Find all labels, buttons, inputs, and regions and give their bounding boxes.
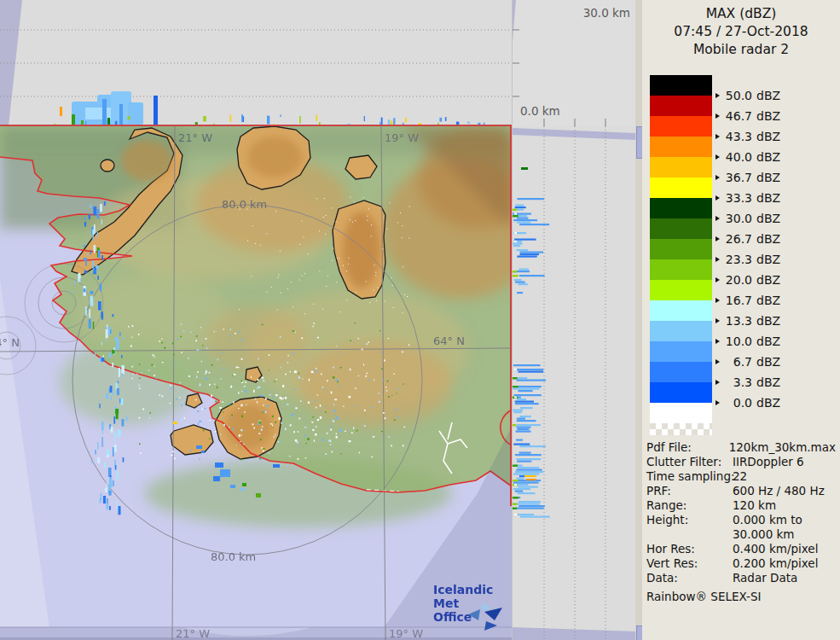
height-scale-max-label: 30.0 km: [583, 6, 630, 20]
threshold-arrow-icon: [715, 236, 720, 241]
product-datetime: 07:45 / 27-Oct-2018: [642, 23, 840, 41]
legend-entry: 50.0dBZ: [715, 88, 780, 103]
top-profile-canvas: [0, 0, 512, 126]
legend-entry: 26.7dBZ: [715, 231, 780, 247]
info-row: Height:0.000 km to: [646, 513, 836, 527]
info-row: Time sampling:22: [646, 469, 836, 484]
dbz-colorbar: [650, 75, 712, 435]
info-row: PRF:600 Hz / 480 Hz: [646, 484, 836, 498]
legend-entry: 23.3dBZ: [715, 252, 780, 267]
threshold-arrow-icon: [715, 298, 720, 303]
threshold-arrow-icon: [715, 318, 720, 323]
colorband-36.7: [650, 157, 712, 177]
info-row: Hor Res:0.400 km/pixel: [646, 542, 836, 556]
height-scale-corner-box: 30.0 km 0.0 km: [512, 0, 636, 126]
colorband-3.3: [650, 362, 712, 382]
icelandic-met-office-watermark: Icelandic Met Office: [433, 583, 512, 624]
legend-entry: 16.7dBZ: [715, 293, 780, 308]
legend-entry: 10.0dBZ: [715, 334, 780, 349]
radar-map-view[interactable]: 21° W 19° W 80.0 km 64° N 64° N 80.0 km …: [0, 126, 512, 640]
info-row: Range:120 km: [646, 498, 836, 513]
bottom-edge-strip: [0, 627, 512, 640]
meridian-label-19w-top: 19° W: [385, 131, 419, 144]
colorband-6.7: [650, 341, 712, 362]
colorband-13.3: [650, 300, 712, 321]
colorband-30.0: [650, 198, 712, 218]
legend-header: MAX (dBZ) 07:45 / 27-Oct-2018 Mobile rad…: [642, 5, 840, 59]
legend-entry: 20.0dBZ: [715, 272, 780, 288]
threshold-arrow-icon: [715, 175, 720, 180]
colorband-43.3: [650, 116, 712, 137]
right-height-profile-panel[interactable]: [512, 126, 636, 640]
panel-splitter[interactable]: [635, 0, 642, 640]
threshold-arrow-icon: [715, 195, 720, 201]
info-row: Pdf File:120km_30km.max: [646, 440, 836, 455]
legend-entry: 40.0dBZ: [715, 149, 780, 165]
info-row: 30.000 km: [646, 527, 836, 542]
meridian-label-19w-bottom: 19° W: [389, 627, 423, 640]
threshold-arrow-icon: [715, 257, 720, 262]
product-title: MAX (dBZ): [642, 5, 840, 23]
colorband-46.7: [650, 96, 712, 116]
info-row: Clutter Filter:IIRDoppler 6: [646, 455, 836, 469]
range-ring-label-top: 80.0 km: [222, 198, 267, 211]
threshold-arrow-icon: [715, 93, 720, 98]
threshold-arrow-icon: [715, 400, 720, 405]
product-info-block: Pdf File:120km_30km.maxClutter Filter:II…: [646, 440, 836, 604]
legend-entry: 0.0dBZ: [715, 395, 780, 410]
threshold-arrow-icon: [715, 359, 720, 364]
threshold-arrow-icon: [715, 134, 720, 139]
legend-entry: 6.7dBZ: [715, 354, 780, 369]
info-row: Vert Res:0.200 km/pixel: [646, 556, 836, 571]
colorband-16.7: [650, 280, 712, 300]
colorband-23.3: [650, 239, 712, 259]
threshold-arrow-icon: [715, 339, 720, 344]
parallel-label-64n-right: 64° N: [433, 335, 465, 347]
colorband-20.0: [650, 259, 712, 280]
legend-entry: 13.3dBZ: [715, 313, 780, 329]
colorband-26.7: [650, 218, 712, 239]
legend-entry: 36.7dBZ: [715, 170, 780, 185]
legend-entry: 3.3dBZ: [715, 375, 780, 390]
transparent-swatch: [650, 423, 712, 435]
software-brand: Rainbow® SELEX-SI: [646, 590, 836, 604]
legend-info-panel: MAX (dBZ) 07:45 / 27-Oct-2018 Mobile rad…: [642, 0, 840, 640]
legend-entry: 46.7dBZ: [715, 108, 780, 124]
meridian-label-21w-bottom: 21° W: [176, 627, 210, 640]
threshold-arrow-icon: [715, 113, 720, 119]
colorband-0.0: [650, 382, 712, 403]
legend-entry: 33.3dBZ: [715, 190, 780, 206]
colorband-10.0: [650, 321, 712, 341]
met-office-pinwheel-icon: [466, 600, 505, 631]
height-scale-min-label: 0.0 km: [520, 104, 560, 118]
threshold-arrow-icon: [715, 380, 720, 385]
legend-entry: 43.3dBZ: [715, 129, 780, 144]
colorband-50.0: [650, 75, 712, 96]
threshold-arrow-icon: [715, 216, 720, 221]
nodata-swatch: [650, 403, 712, 423]
right-profile-canvas: [513, 126, 636, 640]
legend-entry: 30.0dBZ: [715, 211, 780, 226]
radar-name: Mobile radar 2: [642, 41, 840, 59]
parallel-label-64n-left: 64° N: [0, 336, 20, 349]
top-height-profile-panel[interactable]: [0, 0, 512, 126]
threshold-arrow-icon: [715, 154, 720, 160]
colorband-33.3: [650, 177, 712, 198]
threshold-arrow-icon: [715, 277, 720, 282]
info-row: Data:Radar Data: [646, 571, 836, 585]
range-ring-label-bottom: 80.0 km: [211, 550, 256, 563]
meridian-label-21w-top: 21° W: [178, 131, 212, 144]
colorband-40.0: [650, 137, 712, 157]
radar-application-window: 30.0 km 0.0 km: [0, 0, 840, 640]
